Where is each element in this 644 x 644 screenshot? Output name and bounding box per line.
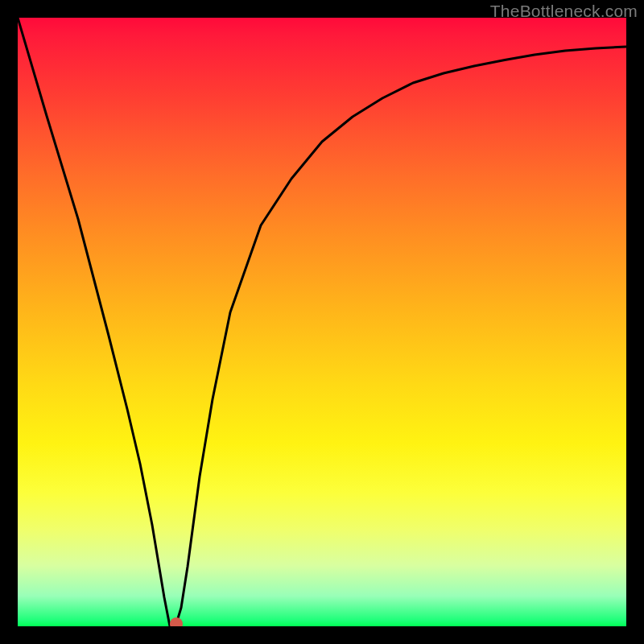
- plot-area: [18, 18, 626, 626]
- chart-frame: TheBottleneck.com: [0, 0, 644, 644]
- curve-layer: [18, 18, 626, 626]
- optimal-point-marker: [170, 617, 183, 626]
- watermark-text: TheBottleneck.com: [490, 2, 638, 21]
- bottleneck-curve: [18, 18, 626, 626]
